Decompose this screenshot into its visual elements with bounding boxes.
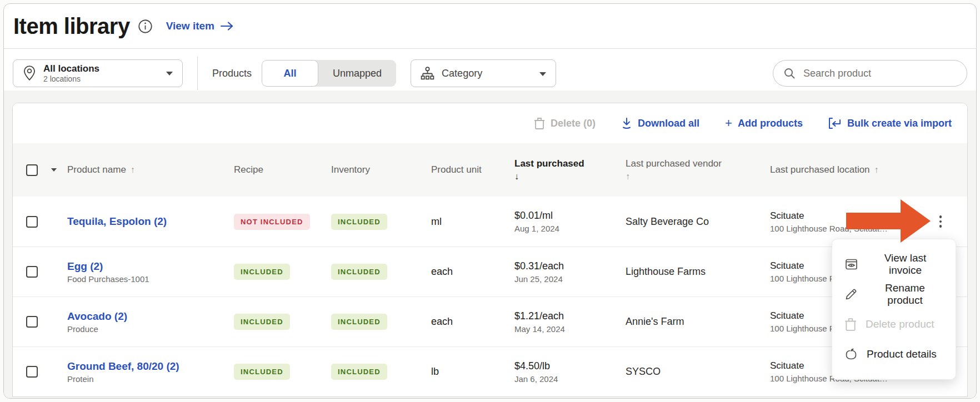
table-header-row: Product name ↑ Recipe Inventory Product …: [13, 143, 967, 197]
location-count: 2 locations: [43, 74, 81, 83]
toggle-unmapped-button[interactable]: Unmapped: [318, 60, 396, 87]
invoice-eye-icon: [844, 258, 858, 271]
header-recipe: Recipe: [234, 164, 331, 175]
trash-icon: [844, 318, 857, 331]
row-checkbox[interactable]: [26, 216, 38, 228]
header-product-unit: Product unit: [431, 164, 514, 175]
header-divider: [4, 48, 976, 49]
location-name: Scituate: [770, 210, 925, 222]
menu-item-view-last-invoice[interactable]: View last invoice: [832, 249, 956, 279]
select-all-checkbox[interactable]: [26, 164, 38, 176]
inventory-status-badge: INCLUDED: [331, 264, 387, 280]
menu-item-label: View last invoice: [867, 252, 943, 277]
header-last-purchased[interactable]: Last purchased ↓: [514, 158, 626, 182]
vendor-name: Salty Beverage Co: [626, 216, 770, 228]
products-table-card: Delete (0) Download all + Add products: [12, 103, 968, 397]
table-row: Ground Beef, 80/20 (2) Protein INCLUDED …: [13, 346, 967, 396]
delete-selected-button: Delete (0): [534, 117, 596, 129]
chevron-down-icon: [539, 68, 547, 79]
add-products-button[interactable]: + Add products: [725, 117, 803, 129]
row-checkbox[interactable]: [26, 266, 38, 278]
bulk-create-button[interactable]: Bulk create via import: [828, 117, 952, 129]
product-category: Produce: [67, 324, 234, 334]
product-name-link[interactable]: Avocado (2): [67, 310, 234, 323]
row-checkbox[interactable]: [26, 366, 38, 378]
sort-up-icon: ↑: [874, 165, 879, 175]
view-item-link[interactable]: View item: [166, 20, 234, 32]
recipe-status-badge: NOT INCLUDED: [234, 214, 310, 230]
product-category: Food Purchases-1001: [67, 274, 234, 284]
menu-item-product-details[interactable]: Product details: [832, 339, 956, 369]
product-unit-value: each: [431, 266, 514, 278]
last-purchased-price: $4.50/lb: [514, 360, 626, 372]
last-purchased-price: $0.01/ml: [514, 210, 626, 222]
bulk-create-label: Bulk create via import: [847, 118, 952, 129]
menu-item-label: Rename product: [867, 282, 943, 306]
add-products-label: Add products: [738, 118, 803, 129]
page-title: Item library: [13, 14, 130, 39]
plus-icon: +: [725, 117, 732, 129]
product-name-link[interactable]: Ground Beef, 80/20 (2): [67, 360, 234, 373]
recipe-status-badge: INCLUDED: [234, 264, 290, 280]
select-menu-caret-icon[interactable]: [51, 168, 67, 172]
inventory-status-badge: INCLUDED: [331, 314, 387, 330]
header-last-purchased-vendor[interactable]: Last purchased vendor ↑: [626, 158, 770, 182]
header-product-name[interactable]: Product name ↑: [67, 164, 234, 175]
table-row: Egg (2) Food Purchases-1001 INCLUDED INC…: [13, 247, 967, 297]
vendor-name: Lighthouse Farms: [626, 266, 770, 278]
bulk-import-icon: [828, 117, 842, 129]
sort-down-icon: ↓: [514, 172, 519, 182]
row-actions-kebab-icon[interactable]: [925, 211, 956, 232]
trash-icon: [534, 117, 545, 129]
inventory-status-badge: INCLUDED: [331, 214, 387, 230]
filter-divider: [197, 57, 198, 90]
vendor-name: Annie's Farm: [626, 316, 770, 328]
toggle-all-button[interactable]: All: [262, 60, 318, 87]
product-unit-value: each: [431, 316, 514, 328]
download-icon: [621, 117, 632, 129]
info-icon[interactable]: [138, 19, 153, 34]
apple-icon: [844, 348, 858, 361]
recipe-status-badge: INCLUDED: [234, 364, 290, 380]
menu-item-delete-product: Delete product: [832, 309, 956, 339]
location-address: 100 Lighthouse Road, Scituat…: [770, 224, 925, 233]
download-all-button[interactable]: Download all: [621, 117, 699, 129]
menu-item-label: Product details: [867, 348, 937, 360]
location-selector[interactable]: All locations 2 locations: [13, 59, 183, 87]
header-inventory: Inventory: [331, 164, 431, 175]
last-purchased-date: Aug 1, 2024: [514, 224, 626, 233]
item-library-page: Item library View item: [3, 3, 977, 399]
last-purchased-date: May 14, 2024: [514, 324, 626, 334]
delete-selected-label: Delete (0): [551, 118, 596, 129]
product-unit-value: lb: [431, 366, 514, 378]
filter-bar: All locations 2 locations Products All U…: [4, 56, 976, 91]
sort-up-icon: ↑: [626, 172, 630, 182]
product-name-link[interactable]: Tequila, Espolon (2): [67, 215, 234, 228]
row-checkbox[interactable]: [26, 316, 38, 328]
search-input[interactable]: [802, 67, 957, 80]
inventory-status-badge: INCLUDED: [331, 364, 387, 380]
category-selector[interactable]: Category: [411, 59, 556, 87]
menu-item-label: Delete product: [866, 318, 934, 330]
product-unit-value: ml: [431, 216, 514, 228]
category-label: Category: [442, 68, 482, 79]
download-all-label: Download all: [638, 118, 699, 129]
table-row: Avocado (2) Produce INCLUDED INCLUDED ea…: [13, 297, 967, 346]
chevron-down-icon: [166, 69, 173, 78]
table-row: Tequila, Espolon (2) NOT INCLUDED INCLUD…: [13, 197, 967, 247]
search-box: [773, 60, 967, 87]
menu-item-rename-product[interactable]: Rename product: [832, 279, 956, 309]
product-name-link[interactable]: Egg (2): [67, 260, 234, 273]
last-purchased-price: $0.31/each: [514, 260, 626, 272]
location-selected-label: All locations: [43, 63, 99, 74]
last-purchased-date: Jan 6, 2024: [514, 374, 626, 384]
pencil-icon: [844, 288, 858, 301]
products-toggle: All Unmapped: [262, 60, 396, 87]
recipe-status-badge: INCLUDED: [234, 314, 290, 330]
arrow-right-icon: [220, 21, 234, 31]
page-header: Item library View item: [4, 4, 976, 48]
product-category: Protein: [67, 374, 234, 384]
header-last-purchased-location[interactable]: Last purchased location ↑: [770, 164, 925, 175]
products-filter-label: Products: [212, 68, 252, 79]
last-purchased-price: $1.21/each: [514, 310, 626, 322]
